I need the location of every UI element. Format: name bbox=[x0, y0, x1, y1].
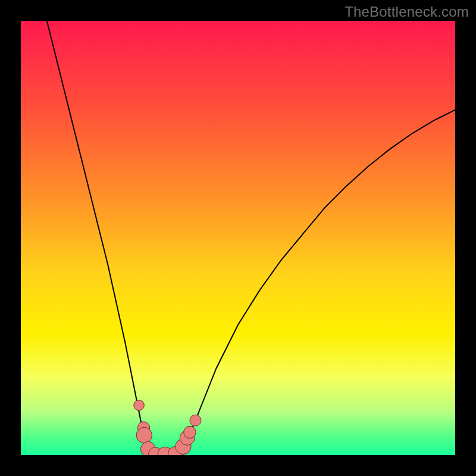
data-marker bbox=[190, 415, 201, 426]
data-marker bbox=[136, 427, 152, 443]
data-marker bbox=[184, 426, 196, 438]
chart-svg bbox=[21, 21, 455, 455]
plot-area bbox=[21, 21, 455, 455]
outer-frame: TheBottleneck.com bbox=[0, 0, 476, 476]
watermark-text: TheBottleneck.com bbox=[345, 4, 469, 20]
gradient-background bbox=[21, 21, 455, 455]
data-marker bbox=[134, 400, 145, 411]
